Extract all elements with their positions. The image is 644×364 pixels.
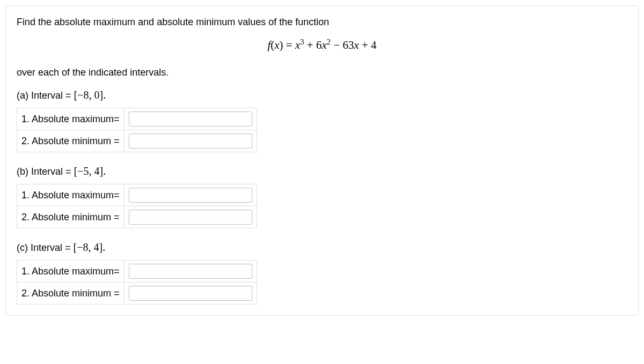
part-a-min-input[interactable]	[129, 133, 252, 148]
part-a-table: 1. Absolute maximum= 2. Absolute minimum…	[17, 108, 257, 152]
table-row: 1. Absolute maximum=	[17, 184, 257, 206]
part-b-prefix: (b) Interval =	[17, 166, 74, 177]
part-c-table: 1. Absolute maximum= 2. Absolute minimum…	[17, 260, 257, 304]
answer-cell	[124, 184, 257, 206]
part-b-min-input[interactable]	[129, 210, 252, 225]
part-a-interval: [−8, 0]	[74, 89, 104, 101]
part-c-prefix: (c) Interval =	[17, 242, 74, 253]
part-b-max-label: 1. Absolute maximum=	[17, 184, 125, 206]
answer-cell	[124, 283, 257, 304]
part-c-max-input[interactable]	[129, 264, 252, 279]
part-c-min-input[interactable]	[129, 286, 252, 301]
part-a-min-label: 2. Absolute minimum =	[17, 130, 125, 152]
part-b-table: 1. Absolute maximum= 2. Absolute minimum…	[17, 184, 257, 228]
answer-cell	[124, 261, 257, 283]
part-a-max-input[interactable]	[129, 112, 252, 127]
part-b-min-label: 2. Absolute minimum =	[17, 206, 125, 228]
part-c-interval: [−8, 4]	[74, 241, 103, 253]
part-a-prefix: (a) Interval =	[17, 90, 74, 101]
part-b-max-input[interactable]	[129, 188, 252, 203]
table-row: 2. Absolute minimum =	[17, 130, 257, 152]
table-row: 2. Absolute minimum =	[17, 206, 257, 228]
answer-cell	[124, 130, 257, 152]
intro-text: Find the absolute maximum and absolute m…	[17, 17, 627, 28]
problem-container: Find the absolute maximum and absolute m…	[5, 5, 639, 316]
part-a-max-label: 1. Absolute maximum=	[17, 108, 125, 130]
table-row: 1. Absolute maximum=	[17, 261, 257, 283]
table-row: 1. Absolute maximum=	[17, 108, 257, 130]
over-text: over each of the indicated intervals.	[17, 67, 627, 78]
part-a-label: (a) Interval = [−8, 0].	[17, 89, 627, 101]
answer-cell	[124, 206, 257, 228]
part-b-interval: [−5, 4]	[74, 165, 104, 177]
table-row: 2. Absolute minimum =	[17, 283, 257, 304]
part-c-label: (c) Interval = [−8, 4].	[17, 241, 627, 254]
function-equation: f(x) = x3 + 6x2 − 63x + 4	[17, 38, 627, 52]
part-c-max-label: 1. Absolute maximum=	[17, 261, 125, 283]
part-b-label: (b) Interval = [−5, 4].	[17, 165, 627, 177]
answer-cell	[124, 108, 257, 130]
part-c-min-label: 2. Absolute minimum =	[17, 283, 125, 304]
